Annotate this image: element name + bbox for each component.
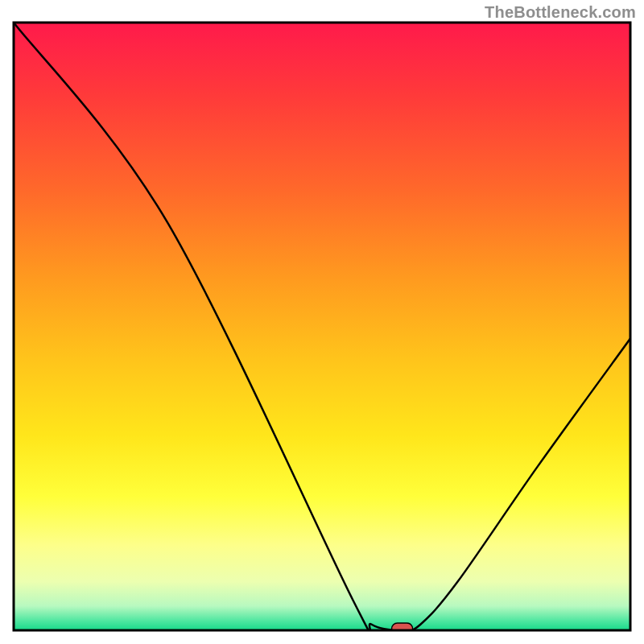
chart-stage: TheBottleneck.com: [0, 0, 644, 644]
bottleneck-chart: [0, 0, 644, 644]
attribution-label: TheBottleneck.com: [485, 3, 636, 22]
gradient-background: [14, 23, 630, 630]
optimal-point-marker: [392, 623, 413, 634]
